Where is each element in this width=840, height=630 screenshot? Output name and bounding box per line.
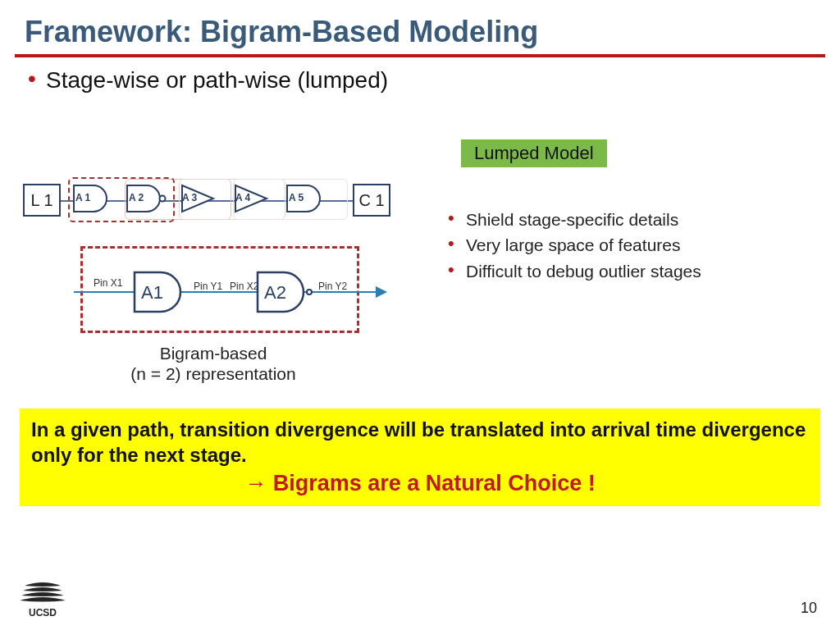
list-item: Shield stage-specific details <box>443 207 812 232</box>
inverter-bubble-icon <box>306 289 313 295</box>
lumped-model-badge: Lumped Model <box>461 139 607 167</box>
pin-label: Pin X1 <box>94 277 122 289</box>
highlight-conclusion-text: Bigrams are a Natural Choice ! <box>267 471 596 495</box>
launch-block: L 1 <box>23 184 61 217</box>
list-item: Very large space of features <box>443 232 812 258</box>
caption-line1: Bigram-based <box>160 344 267 363</box>
bigram-caption: Bigram-based (n = 2) representation <box>98 343 328 384</box>
capture-block: C 1 <box>353 184 390 217</box>
bigram-window-outline <box>68 177 175 222</box>
main-bullet: Stage-wise or path-wise (lumped) <box>0 57 840 94</box>
gate-a5: A 5 <box>284 182 330 215</box>
ucsd-logo: UCSD <box>18 581 67 619</box>
gate-label: A 4 <box>235 192 250 203</box>
highlight-box: In a given path, transition divergence w… <box>20 409 820 506</box>
lumped-details-list: Shield stage-specific details Very large… <box>443 207 812 284</box>
arrow-icon <box>376 286 387 298</box>
caption-line2: (n = 2) representation <box>130 364 295 383</box>
gate-a2-big: A2 <box>253 269 313 318</box>
gate-a3: A 3 <box>177 182 223 215</box>
slide-title: Framework: Bigram-Based Modeling <box>0 0 840 54</box>
bigram-diagram: Pin X1 A1 Pin Y1 Pin X2 A2 Pin Y2 <box>80 246 359 336</box>
gate-label: A 3 <box>182 192 197 203</box>
highlight-conclusion: → Bigrams are a Natural Choice ! <box>31 468 809 496</box>
gate-label: A2 <box>264 282 286 304</box>
pin-label: Pin Y1 <box>194 281 222 292</box>
pin-label: Pin Y2 <box>318 281 347 292</box>
list-item: Difficult to debug outlier stages <box>443 258 812 284</box>
gate-label: A 5 <box>289 192 304 203</box>
highlight-statement: In a given path, transition divergence w… <box>31 417 809 468</box>
page-number: 10 <box>801 600 817 617</box>
gate-a1-big: A1 <box>130 269 190 318</box>
arrow-icon: → <box>244 471 267 495</box>
gate-label: A1 <box>141 282 163 304</box>
path-diagram: L 1 A 1 A 2 A 3 A 4 A 5 C 1 <box>23 174 400 228</box>
logo-text: UCSD <box>29 607 57 619</box>
gate-a4: A 4 <box>231 182 276 215</box>
